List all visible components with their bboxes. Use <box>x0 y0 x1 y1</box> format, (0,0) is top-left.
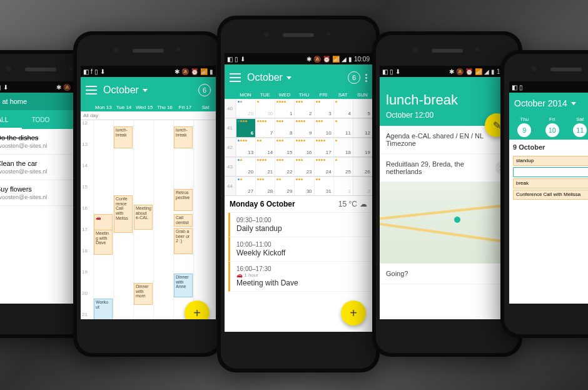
day-cell[interactable]: 7 <box>255 118 275 137</box>
day-cell[interactable]: 29 <box>275 177 294 195</box>
menu-icon[interactable] <box>230 73 241 82</box>
rsvp-row[interactable]: Going? <box>380 264 515 284</box>
week-day-header: Mon 13Tue 14Wed 15Thu 16Fri 17Sat <box>81 103 216 111</box>
calendar-event[interactable]: lunch-break <box>114 126 133 148</box>
location-row[interactable]: Reduitlaan 29, Breda, the netherlands➤ <box>380 154 515 182</box>
agenda-time: 16:00–17:30 <box>236 265 366 272</box>
map-pin-icon <box>454 217 460 223</box>
weekstrip-day[interactable]: Fri10 <box>539 116 567 137</box>
today-badge[interactable]: 6 <box>348 71 360 84</box>
phone-week: ◧f▯⬇✱🔕⏰📶▮ October 6 Mon 13Tue 14Wed 15Th… <box>73 31 223 357</box>
hour-label: 19 <box>82 269 88 275</box>
calendar-event[interactable]: Call dentist <box>174 214 193 227</box>
day-cell[interactable]: 2 <box>294 99 313 118</box>
day-header: Monday 6 October 15 °C☁ <box>225 196 372 213</box>
add-event-fab[interactable]: + <box>341 300 366 326</box>
day-cell[interactable]: 14 <box>255 138 275 157</box>
day-cell[interactable]: 17 <box>314 138 333 157</box>
hour-label: 21 <box>82 312 88 317</box>
menu-icon[interactable] <box>86 86 97 95</box>
agenda-section-label: 9 October <box>509 140 588 155</box>
calendar-event[interactable]: Meetin g with Dave <box>94 230 113 255</box>
calendar-event[interactable]: Confe rence Call with Meliss <box>114 195 133 233</box>
weekstrip-day[interactable]: Sat11 <box>566 116 588 137</box>
agenda-meta: 🚗 1 hour <box>236 272 366 278</box>
day-cell[interactable]: 30 <box>294 177 313 195</box>
today-badge[interactable]: 6 <box>198 84 211 96</box>
day-cell[interactable]: 13 <box>236 138 255 157</box>
day-cell[interactable]: 19 <box>353 138 372 157</box>
hour-label: 18 <box>82 248 88 254</box>
agenda-bar[interactable]: standup <box>513 156 588 166</box>
day-cell[interactable]: 31 <box>314 177 333 195</box>
todo-title: Do the dishes <box>0 134 38 141</box>
day-cell[interactable]: 24 <box>314 157 333 176</box>
day-cell[interactable]: 20 <box>236 157 255 176</box>
day-cell[interactable]: 8 <box>275 118 294 137</box>
day-cell[interactable]: 15 <box>275 138 294 157</box>
day-cell[interactable]: 1 <box>333 177 353 195</box>
cloud-icon: ☁ <box>360 200 367 208</box>
event-title: lunch-break <box>386 92 509 108</box>
calendar-event[interactable]: Worko ut <box>94 299 113 319</box>
day-cell[interactable]: 2 <box>353 177 372 195</box>
day-cell[interactable]: 21 <box>255 157 275 176</box>
day-cell[interactable]: 9 <box>294 118 313 137</box>
day-cell[interactable]: 26 <box>353 157 372 176</box>
day-cell[interactable]: 25 <box>333 157 353 176</box>
day-cell[interactable]: 10 <box>314 118 333 137</box>
week-number: 42 <box>225 138 236 157</box>
day-cell[interactable]: 28 <box>255 177 275 195</box>
status-bar: ◧▯📶▮ <box>509 81 588 93</box>
status-bar: ◧▯⬇✱🔕⏰📶◢▮10:22 <box>380 66 515 77</box>
day-cell[interactable]: 6 <box>236 118 255 137</box>
toolbar: October 6 <box>81 77 216 103</box>
agenda-time: 10:00–11:00 <box>236 241 366 248</box>
tab-all[interactable]: ALL <box>0 110 22 129</box>
week-strip[interactable]: Thu9Fri10Sat11Sun12 <box>509 114 588 140</box>
week-grid[interactable]: 12131415161718192021lunch-breaklunch-bre… <box>81 120 216 319</box>
month-selector[interactable]: October 2014 <box>514 98 576 108</box>
day-cell[interactable]: 5 <box>353 99 372 118</box>
day-cell[interactable]: 1 <box>275 99 294 118</box>
day-cell[interactable]: 30 <box>255 99 275 118</box>
day-cell[interactable]: 29 <box>236 99 255 118</box>
chevron-down-icon <box>286 76 291 80</box>
day-cell[interactable]: 4 <box>333 99 353 118</box>
day-cell[interactable]: 22 <box>275 157 294 176</box>
agenda-item[interactable]: 09:30–10:00Daily standup <box>228 213 372 237</box>
month-grid[interactable]: 4029301234541678910111242131415161718194… <box>225 99 372 196</box>
week-number: 40 <box>225 99 236 118</box>
map-preview[interactable] <box>380 182 515 264</box>
agenda-bar[interactable]: Conference Call with Melissa <box>513 190 588 200</box>
hour-label: 17 <box>82 227 88 232</box>
calendar-event[interactable]: Retros pective <box>174 189 193 211</box>
calendar-event[interactable]: Dinner with Anne <box>174 274 193 297</box>
agenda-item[interactable]: 10:00–11:00Weekly Kickoff <box>228 237 372 262</box>
day-cell[interactable]: 18 <box>333 138 353 157</box>
agenda-bar[interactable]: break <box>513 178 588 188</box>
tab-todo[interactable]: TODO <box>22 110 60 129</box>
day-cell[interactable]: 23 <box>294 157 313 176</box>
month-selector[interactable]: October <box>103 85 148 96</box>
day-cell[interactable]: 12 <box>353 118 372 137</box>
phone-agenda: ◧▯📶▮ October 2014 6 Thu9Fri10Sat11Sun12 … <box>500 50 588 338</box>
calendar-event[interactable]: Grab a beer or 2 :) <box>174 228 193 254</box>
day-header-date: Monday 6 October <box>230 200 295 208</box>
day-cell[interactable]: 27 <box>236 177 255 195</box>
calendar-event[interactable]: Meeting about e-CAL <box>134 205 153 230</box>
agenda-item[interactable]: 16:00–17:30🚗 1 hourMeeting with Dave <box>228 262 372 292</box>
day-cell[interactable]: 11 <box>333 118 353 137</box>
day-cell[interactable]: 16 <box>294 138 313 157</box>
overflow-icon[interactable] <box>365 74 367 82</box>
toolbar: October 2014 6 <box>509 93 588 114</box>
weather: 15 °C☁ <box>338 200 367 208</box>
day-cell[interactable]: 3 <box>314 99 333 118</box>
month-selector[interactable]: October <box>247 72 291 83</box>
agenda-bar[interactable] <box>513 167 588 177</box>
week-number: 43 <box>225 157 236 176</box>
calendar-event[interactable]: lunch-break <box>174 126 193 148</box>
weekstrip-day[interactable]: Thu9 <box>510 116 539 137</box>
toolbar: October 6 <box>225 64 372 91</box>
calendar-event[interactable]: Dinner with mom <box>134 283 153 305</box>
